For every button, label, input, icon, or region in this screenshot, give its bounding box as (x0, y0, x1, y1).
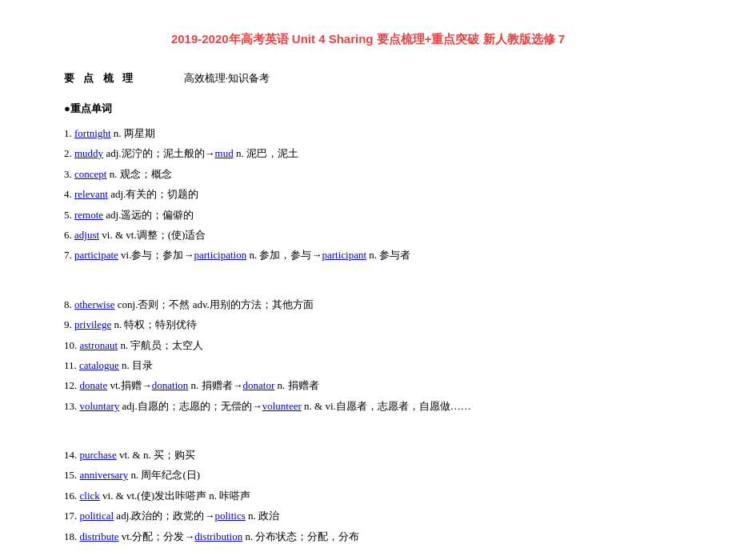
item-rest: adj.政治的；政党的→ (114, 510, 214, 522)
item-rest: n. 周年纪念(日) (128, 469, 200, 481)
item-sub-rest: n. 捐赠者→ (188, 379, 242, 391)
vocab-item-18: 18. distribute vt.分配；分发→distribution n. … (64, 527, 672, 546)
word-link-muddy[interactable]: muddy (74, 147, 103, 159)
item-num: 14. (64, 449, 80, 461)
item-rest: adj.泥泞的；泥土般的→ (103, 147, 214, 159)
item-rest: vt.分配；分发→ (119, 530, 195, 542)
vocab-item-6: 6. adjust vi. & vt.调整；(使)适合 (64, 226, 672, 244)
item-rest: vt. & n. 买；购买 (117, 449, 195, 461)
item-sub-rest: n. 泥巴，泥土 (234, 147, 298, 159)
item-rest: conj.否则；不然 adv.用别的方法；其他方面 (115, 298, 314, 310)
word-link-purchase[interactable]: purchase (80, 449, 117, 461)
word-link-remote[interactable]: remote (74, 209, 103, 221)
word-link-donate[interactable]: donate (80, 379, 108, 391)
vocab-item-14: 14. purchase vt. & n. 买；购买 (64, 446, 672, 464)
word-link-astronaut[interactable]: astronaut (80, 339, 118, 351)
item-num: 7. (64, 249, 74, 261)
vocab-item-3: 3. concept n. 观念；概念 (64, 165, 672, 183)
item-rest: vi.参与；参加→ (118, 249, 194, 261)
item-rest: n. 特权；特别优待 (111, 318, 197, 330)
vocab-item-12: 12. donate vt.捐赠→donation n. 捐赠者→donator… (64, 376, 672, 394)
item-sub-rest: n. 分布状态；分配，分布 (242, 530, 359, 542)
item-num: 18. (64, 530, 80, 542)
word-link-catalogue[interactable]: catalogue (79, 359, 119, 371)
item-num: 5. (64, 209, 74, 221)
item-num: 9. (64, 318, 74, 330)
word-link-politics[interactable]: politics (215, 510, 246, 522)
vocab-item-11: 11. catalogue n. 目录 (64, 356, 672, 374)
word-link-distribution[interactable]: distribution (194, 530, 242, 542)
word-link-participant[interactable]: participant (322, 249, 366, 261)
item-sub-rest2: n. 捐赠者 (274, 379, 318, 391)
item-num: 12. (64, 379, 80, 391)
vocab-item-7: 7. participate vi.参与；参加→participation n.… (64, 246, 672, 264)
item-rest: n. 目录 (119, 359, 153, 371)
word-link-mud[interactable]: mud (215, 147, 234, 159)
vocab-item-4: 4. relevant adj.有关的；切题的 (64, 185, 672, 203)
word-link-concept[interactable]: concept (74, 168, 106, 180)
word-link-donator[interactable]: donator (243, 379, 275, 391)
item-sub-rest: n. 参加，参与→ (246, 249, 322, 261)
item-rest: vt.捐赠→ (107, 379, 152, 391)
item-num: 13. (64, 400, 80, 412)
item-rest: adj.有关的；切题的 (108, 188, 198, 200)
item-rest: adj.遥远的；偏僻的 (103, 209, 194, 221)
word-link-fortnight[interactable]: fortnight (74, 127, 111, 139)
vocab-item-16: 16. click vi. & vt.(使)发出咔嗒声 n. 咔嗒声 (64, 486, 672, 505)
item-num: 15. (64, 469, 80, 481)
word-link-privilege[interactable]: privilege (74, 318, 111, 330)
item-num: 3. (64, 168, 74, 180)
vocab-item-15: 15. anniversary n. 周年纪念(日) (64, 466, 672, 484)
item-sub-rest: n. 政治 (246, 510, 279, 522)
item-num: 2. (64, 147, 74, 159)
vocab-item-13: 13. voluntary adj.自愿的；志愿的；无偿的→volunteer … (64, 397, 672, 415)
item-num: 11. (64, 359, 79, 371)
word-link-relevant[interactable]: relevant (74, 188, 108, 200)
item-num: 10. (64, 339, 80, 351)
word-link-adjust[interactable]: adjust (74, 229, 99, 241)
vocab-item-8: 8. otherwise conj.否则；不然 adv.用别的方法；其他方面 (64, 295, 672, 314)
word-link-click[interactable]: click (80, 490, 100, 502)
item-sub-rest2: n. 参与者 (366, 249, 410, 261)
item-rest: vi. & vt.(使)发出咔嗒声 n. 咔嗒声 (100, 490, 251, 502)
vocab-item-9: 9. privilege n. 特权；特别优待 (64, 315, 672, 334)
vocab-item-10: 10. astronaut n. 宇航员；太空人 (64, 336, 672, 354)
vocab-item-2: 2. muddy adj.泥泞的；泥土般的→mud n. 泥巴，泥土 (64, 144, 672, 162)
item-num: 4. (64, 188, 74, 200)
word-link-participation[interactable]: participation (194, 249, 246, 261)
vocab-item-1: 1. fortnight n. 两星期 (64, 124, 672, 142)
header-label: 要 点 梳 理 (64, 71, 136, 86)
item-num: 17. (64, 510, 80, 522)
word-link-donation[interactable]: donation (152, 379, 189, 391)
item-sub-rest: n. & vi.自愿者，志愿者，自愿做…… (302, 400, 471, 412)
word-link-voluntary[interactable]: voluntary (80, 400, 120, 412)
vocab-item-17: 17. political adj.政治的；政党的→politics n. 政治 (64, 506, 672, 525)
word-link-distribute[interactable]: distribute (80, 530, 119, 542)
word-link-participate[interactable]: participate (74, 249, 118, 261)
vocab-item-5: 5. remote adj.遥远的；偏僻的 (64, 206, 672, 224)
item-rest: n. 宇航员；太空人 (118, 339, 203, 351)
item-num: 1. (64, 127, 74, 139)
section-key-words: ●重点单词 (64, 102, 672, 116)
word-link-volunteer[interactable]: volunteer (262, 400, 302, 412)
header-desc: 高效梳理·知识备考 (184, 71, 270, 86)
word-link-otherwise[interactable]: otherwise (74, 298, 115, 310)
item-num: 16. (64, 490, 80, 502)
word-link-political[interactable]: political (80, 510, 114, 522)
item-rest: n. 观念；概念 (106, 168, 171, 180)
item-rest: vi. & vt.调整；(使)适合 (99, 229, 206, 241)
word-link-anniversary[interactable]: anniversary (80, 469, 129, 481)
item-rest: adj.自愿的；志愿的；无偿的→ (119, 400, 262, 412)
item-num: 8. (64, 298, 74, 310)
item-rest: n. 两星期 (111, 127, 155, 139)
item-num: 6. (64, 229, 74, 241)
title: 2019-2020年高考英语 Unit 4 Sharing 要点梳理+重点突破 … (64, 32, 672, 47)
